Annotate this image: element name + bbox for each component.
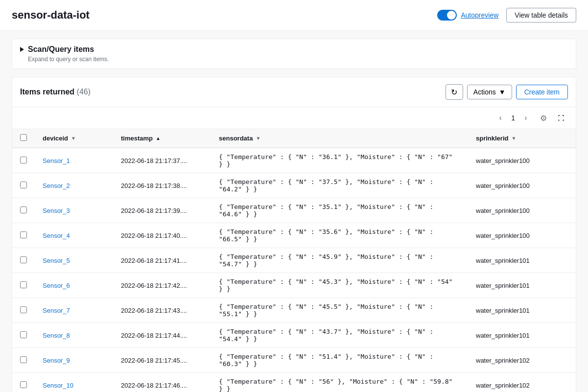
cell-timestamp: 2022-06-18 21:17:43....: [113, 298, 211, 323]
sensor-link[interactable]: Sensor_9: [43, 357, 70, 364]
row-checkbox-cell: [12, 223, 35, 248]
autopreview-label[interactable]: Autopreview: [461, 11, 498, 19]
row-checkbox-cell: [12, 323, 35, 348]
row-checkbox[interactable]: [20, 306, 27, 313]
pagination-settings-button[interactable]: ⚙: [537, 111, 550, 125]
row-checkbox-cell: [12, 198, 35, 223]
data-table: deviceid ▼ timestamp ▲ sensordata ▼: [12, 129, 576, 392]
row-checkbox[interactable]: [20, 182, 27, 188]
header-actions: Autopreview View table details: [437, 8, 576, 23]
row-checkbox[interactable]: [20, 356, 27, 363]
items-title: Items returned (46): [20, 88, 91, 96]
table-row: Sensor_102022-06-18 21:17:46....{ "Tempe…: [12, 373, 576, 392]
items-section: Items returned (46) ↻ Actions ▼ Create i…: [12, 77, 576, 392]
col-header-deviceid[interactable]: deviceid ▼: [35, 129, 113, 148]
cell-sensordata: { "Temperature" : { "N" : "45.5" }, "Moi…: [211, 298, 468, 323]
view-table-details-button[interactable]: View table details: [506, 8, 576, 23]
row-checkbox[interactable]: [20, 281, 27, 288]
gear-icon: ⚙: [540, 114, 547, 123]
cell-timestamp: 2022-06-18 21:17:38....: [113, 173, 211, 198]
table-header: deviceid ▼ timestamp ▲ sensordata ▼: [12, 129, 576, 148]
page-header: sensor-data-iot Autopreview View table d…: [0, 0, 588, 31]
table-row: Sensor_52022-06-18 21:17:41....{ "Temper…: [12, 248, 576, 273]
sensor-link[interactable]: Sensor_7: [43, 307, 70, 314]
sensor-link[interactable]: Sensor_10: [43, 382, 73, 389]
table-row: Sensor_82022-06-18 21:17:44....{ "Temper…: [12, 323, 576, 348]
select-all-header: [12, 129, 35, 148]
cell-sensordata: { "Temperature" : { "N" : "35.1" }, "Moi…: [211, 198, 468, 223]
sensor-link[interactable]: Sensor_3: [43, 207, 70, 214]
row-checkbox-cell: [12, 248, 35, 273]
row-checkbox-cell: [12, 173, 35, 198]
sensor-link[interactable]: Sensor_8: [43, 332, 70, 339]
pagination-current-page: 1: [511, 114, 515, 122]
col-header-sprinklerid[interactable]: sprinklerid ▼: [468, 129, 576, 148]
sensor-link[interactable]: Sensor_1: [43, 157, 70, 164]
sort-icon-sensordata: ▼: [256, 136, 260, 141]
scan-query-header[interactable]: Scan/Query items: [20, 45, 568, 54]
table-row: Sensor_42022-06-18 21:17:40....{ "Temper…: [12, 223, 576, 248]
row-checkbox[interactable]: [20, 157, 27, 163]
cell-deviceid: Sensor_3: [35, 198, 113, 223]
cell-timestamp: 2022-06-18 21:17:37....: [113, 148, 211, 173]
cell-sprinklerid: water_sprinkler101: [468, 248, 576, 273]
row-checkbox-cell: [12, 298, 35, 323]
cell-timestamp: 2022-06-18 21:17:44....: [113, 323, 211, 348]
sensor-link[interactable]: Sensor_6: [43, 282, 70, 289]
table-row: Sensor_22022-06-18 21:17:38....{ "Temper…: [12, 173, 576, 198]
table-row: Sensor_92022-06-18 21:17:45....{ "Temper…: [12, 348, 576, 373]
create-item-button[interactable]: Create item: [516, 85, 568, 99]
table-row: Sensor_32022-06-18 21:17:39....{ "Temper…: [12, 198, 576, 223]
actions-label: Actions: [473, 88, 496, 96]
cell-sensordata: { "Temperature" : { "N" : "51.4" }, "Moi…: [211, 348, 468, 373]
cell-deviceid: Sensor_10: [35, 373, 113, 392]
sort-icon-timestamp: ▲: [156, 136, 161, 141]
autopreview-toggle[interactable]: Autopreview: [437, 10, 498, 21]
table-row: Sensor_72022-06-18 21:17:43....{ "Temper…: [12, 298, 576, 323]
sensor-link[interactable]: Sensor_2: [43, 182, 70, 189]
cell-deviceid: Sensor_6: [35, 273, 113, 298]
row-checkbox[interactable]: [20, 256, 27, 263]
refresh-icon: ↻: [451, 88, 457, 97]
cell-timestamp: 2022-06-18 21:17:46....: [113, 373, 211, 392]
actions-dropdown-icon: ▼: [499, 88, 506, 96]
sensor-link[interactable]: Sensor_4: [43, 232, 70, 239]
cell-sensordata: { "Temperature" : { "N" : "56" }, "Moist…: [211, 373, 468, 392]
actions-button[interactable]: Actions ▼: [467, 85, 512, 99]
cell-sprinklerid: water_sprinkler102: [468, 373, 576, 392]
refresh-button[interactable]: ↻: [446, 84, 463, 100]
cell-deviceid: Sensor_5: [35, 248, 113, 273]
items-toolbar: ↻ Actions ▼ Create item: [446, 84, 568, 100]
scan-query-section: Scan/Query items Expand to query or scan…: [12, 39, 576, 69]
row-checkbox[interactable]: [20, 207, 27, 213]
table-row: Sensor_12022-06-18 21:17:37....{ "Temper…: [12, 148, 576, 173]
cell-sprinklerid: water_sprinkler101: [468, 298, 576, 323]
toggle-switch[interactable]: [437, 10, 457, 21]
row-checkbox-cell: [12, 373, 35, 392]
pagination-next-button[interactable]: ›: [519, 111, 533, 125]
select-all-checkbox[interactable]: [20, 134, 27, 141]
pagination-expand-button[interactable]: [554, 111, 568, 125]
row-checkbox-cell: [12, 273, 35, 298]
cell-sensordata: { "Temperature" : { "N" : "35.6" }, "Moi…: [211, 223, 468, 248]
row-checkbox[interactable]: [20, 381, 27, 388]
cell-sensordata: { "Temperature" : { "N" : "36.1" }, "Moi…: [211, 148, 468, 173]
col-header-timestamp[interactable]: timestamp ▲: [113, 129, 211, 148]
sort-icon-deviceid: ▼: [71, 136, 76, 141]
expand-view-icon: [557, 114, 565, 122]
table-body: Sensor_12022-06-18 21:17:37....{ "Temper…: [12, 148, 576, 392]
row-checkbox-cell: [12, 348, 35, 373]
sensor-link[interactable]: Sensor_5: [43, 257, 70, 264]
items-returned-label: Items returned (46): [20, 88, 91, 96]
scan-query-subtitle: Expand to query or scan items.: [20, 56, 568, 63]
pagination-prev-button[interactable]: ‹: [494, 111, 507, 125]
row-checkbox-cell: [12, 148, 35, 173]
cell-sprinklerid: water_sprinkler100: [468, 223, 576, 248]
row-checkbox[interactable]: [20, 331, 27, 338]
row-checkbox[interactable]: [20, 231, 27, 238]
cell-sensordata: { "Temperature" : { "N" : "37.5" }, "Moi…: [211, 173, 468, 198]
col-header-sensordata[interactable]: sensordata ▼: [211, 129, 468, 148]
table-row: Sensor_62022-06-18 21:17:42....{ "Temper…: [12, 273, 576, 298]
pagination-row: ‹ 1 › ⚙: [12, 107, 576, 129]
cell-sensordata: { "Temperature" : { "N" : "45.3" }, "Moi…: [211, 273, 468, 298]
